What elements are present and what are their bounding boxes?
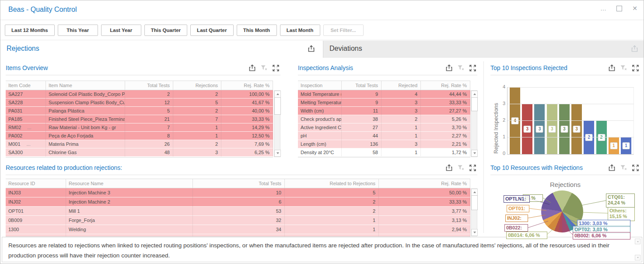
bar[interactable]: 3: [522, 104, 532, 154]
filter-button[interactable]: This Month: [237, 25, 277, 36]
table-row[interactable]: INJ03Injection Machine 310550,00 %: [6, 188, 470, 197]
column-header[interactable]: Rej. Rate %: [221, 81, 273, 90]
bar[interactable]: 1: [621, 137, 631, 154]
bar[interactable]: 3: [559, 104, 570, 154]
filter-button[interactable]: Last Quarter: [190, 25, 233, 36]
table-row[interactable]: M001...Materia Prima2627,69 %: [6, 140, 273, 148]
table-row[interactable]: Mold Temperature (°C)9444,44 %: [298, 90, 470, 99]
table-cell: 38: [342, 115, 382, 123]
set-filter-button[interactable]: Set Filter...: [323, 25, 364, 36]
table-row[interactable]: 1300Welding3412,94 %: [6, 225, 470, 234]
column-header[interactable]: Total Tests: [193, 179, 285, 188]
bar-value-label: 1: [622, 142, 630, 149]
bar[interactable]: 3: [571, 104, 582, 154]
table-row[interactable]: PA002Peça de Aço Forjada8112,50 %: [6, 132, 273, 140]
filter-button[interactable]: This Year: [58, 25, 98, 36]
export-icon[interactable]: [631, 45, 638, 53]
clear-filter-icon[interactable]: [620, 164, 627, 172]
column-header[interactable]: Inspection: [298, 81, 342, 90]
table-row[interactable]: Active Ingredient Conc...2713,70 %: [298, 123, 470, 132]
table-cell: 3,13 %: [379, 216, 470, 225]
bar[interactable]: 4: [510, 88, 520, 154]
clear-filter-icon[interactable]: [457, 164, 465, 172]
vertical-scrollbar[interactable]: [471, 90, 477, 157]
column-header[interactable]: Resource ID: [6, 179, 66, 188]
table-row[interactable]: Width (cm)11327,27 %: [298, 107, 470, 115]
tab-deviations[interactable]: Deviations: [323, 41, 644, 58]
bar[interactable]: 3: [534, 104, 545, 154]
export-icon[interactable]: [248, 64, 256, 72]
column-header[interactable]: Related to Rejections: [285, 179, 379, 188]
clear-filter-icon[interactable]: [260, 64, 268, 72]
expand-icon[interactable]: [632, 164, 639, 172]
bar[interactable]: 1: [609, 137, 619, 154]
vertical-scrollbar[interactable]: [471, 188, 477, 236]
export-icon[interactable]: [608, 164, 616, 172]
table-cell: 10: [193, 188, 285, 197]
column-header[interactable]: Rejections: [173, 81, 221, 90]
bar[interactable]: 2: [596, 121, 607, 154]
column-header[interactable]: Total Tests: [342, 81, 382, 90]
column-header[interactable]: Item Code: [6, 81, 46, 90]
footer-scrollbar[interactable]: [635, 239, 640, 260]
bar[interactable]: 2: [584, 121, 594, 154]
table-row[interactable]: SA227Solenoid Coil Plastic Body_Corpo Pl…: [6, 90, 273, 99]
table-row[interactable]: Density at 20°C5811,72 %: [298, 148, 470, 157]
table-row[interactable]: PA031Palanga Plástica5240,00 %: [6, 107, 273, 115]
table-row[interactable]: Length (cm)13632,21 %: [298, 140, 470, 148]
export-icon[interactable]: [445, 64, 453, 72]
scroll-up-button[interactable]: [471, 91, 478, 98]
column-header[interactable]: Rej. Rate %: [421, 81, 470, 90]
maximize-button[interactable]: [615, 4, 623, 13]
scroll-down-button[interactable]: [471, 229, 478, 236]
column-header[interactable]: Total Tests: [125, 81, 173, 90]
more-options-button[interactable]: …: [599, 4, 608, 13]
scrollbar-thumb[interactable]: [274, 97, 281, 115]
expand-icon[interactable]: [469, 164, 476, 172]
table-cell: 2: [285, 207, 379, 216]
export-icon[interactable]: [608, 64, 616, 72]
clear-filter-icon[interactable]: [457, 64, 465, 72]
table-row[interactable]: pH4412,27 %: [298, 132, 470, 140]
scroll-down-button[interactable]: [274, 150, 281, 157]
expand-icon[interactable]: [272, 64, 280, 72]
scroll-up-button[interactable]: [471, 189, 478, 196]
export-icon[interactable]: [445, 164, 453, 172]
column-header[interactable]: Resource Name: [66, 179, 193, 188]
table-cell: 1: [173, 123, 221, 132]
column-header[interactable]: Item Name: [46, 81, 125, 90]
scroll-up-button[interactable]: [635, 239, 640, 244]
clear-filter-icon[interactable]: [620, 64, 627, 72]
column-header[interactable]: Rej. Rate %: [379, 179, 470, 188]
filter-button[interactable]: This Quarter: [144, 25, 187, 36]
filter-button[interactable]: Last Month: [280, 25, 320, 36]
table-row[interactable]: SA228Suspension Clamp Plastic Body_Cue..…: [6, 99, 273, 107]
table-cell: 33,33 %: [221, 115, 273, 123]
tab-bar: Rejections Deviations: [0, 41, 644, 58]
scroll-down-button[interactable]: [471, 150, 478, 157]
filter-button[interactable]: Last Year: [101, 25, 141, 36]
expand-icon[interactable]: [469, 64, 476, 72]
scrollbar-thumb[interactable]: [471, 97, 478, 111]
expand-icon[interactable]: [632, 64, 639, 72]
tab-rejections[interactable]: Rejections: [0, 41, 323, 58]
table-row[interactable]: Check product's appea...3825,26 %: [298, 115, 470, 123]
table-row[interactable]: PA185Finished Steel Piece_Pieza Terminad…: [6, 115, 273, 123]
scrollbar-thumb[interactable]: [471, 195, 478, 210]
table-row[interactable]: 0B009Forge_Forja3213,13 %: [6, 216, 470, 225]
bar-value-label: 3: [524, 126, 531, 133]
vertical-scrollbar[interactable]: [274, 90, 280, 157]
scroll-up-button[interactable]: [274, 91, 281, 98]
column-header[interactable]: Rejected: [382, 81, 421, 90]
scroll-down-button[interactable]: [635, 255, 640, 260]
table-cell: Finished Steel Piece_Pieza Terminad...: [46, 115, 125, 123]
export-icon[interactable]: [308, 45, 315, 53]
table-row[interactable]: Melting Temperature (°...9333,33 %: [298, 99, 470, 107]
table-row[interactable]: INJ02Injection Machine 26233,33 %: [6, 197, 470, 207]
table-row[interactable]: RM02...Raw Material - Unit bom Kg - gr71…: [6, 123, 273, 132]
filter-button[interactable]: Last 12 Months: [5, 25, 55, 36]
table-row[interactable]: OPT01Mill 15323,77 %: [6, 207, 470, 216]
table-row[interactable]: SA300Chlorine Gas4836,25 %: [6, 148, 273, 157]
close-button[interactable]: ✕: [630, 4, 639, 13]
bar[interactable]: 3: [547, 104, 557, 154]
